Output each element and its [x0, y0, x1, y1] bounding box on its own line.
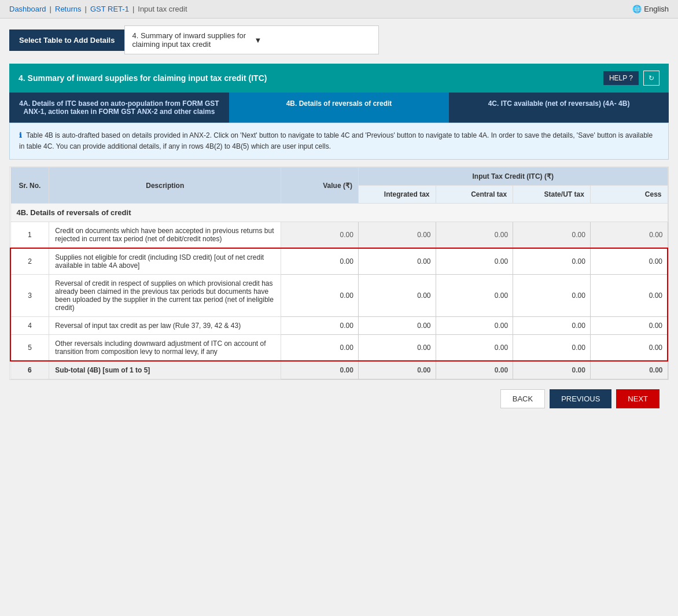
th-itc-header: Input Tax Credit (ITC) (₹)	[358, 168, 668, 186]
row-1-cess: 0.00	[590, 222, 668, 249]
th-cess: Cess	[590, 186, 668, 204]
refresh-icon: ↻	[648, 74, 654, 82]
subtotal-integrated: 0.00	[358, 361, 436, 379]
row-5-cess[interactable]: 0.00	[590, 335, 668, 362]
row-5-desc: Other reversals including downward adjus…	[49, 335, 281, 362]
table-row: 4 Reversal of input tax credit as per la…	[10, 317, 668, 335]
main-table: Sr. No. Description Value (₹) Input Tax …	[10, 167, 668, 379]
bottom-bar: BACK PREVIOUS NEXT	[9, 380, 669, 418]
dropdown-value: 4. Summary of inward supplies for claimi…	[132, 31, 249, 49]
top-nav: Dashboard | Returns | GST RET-1 | Input …	[0, 0, 678, 19]
th-sr-no: Sr. No.	[10, 168, 49, 204]
breadcrumb-returns[interactable]: Returns	[55, 5, 82, 13]
row-4-value[interactable]: 0.00	[281, 317, 359, 335]
row-5-sr: 5	[10, 335, 49, 362]
row-3-cess[interactable]: 0.00	[590, 275, 668, 317]
subtotal-row: 6 Sub-total (4B) [sum of 1 to 5] 0.00 0.…	[10, 361, 668, 379]
subtotal-label: Sub-total (4B) [sum of 1 to 5]	[49, 361, 281, 379]
subtotal-cess: 0.00	[590, 361, 668, 379]
row-1-value: 0.00	[281, 222, 359, 249]
th-value: Value (₹)	[281, 168, 359, 204]
table-row: 5 Other reversals including downward adj…	[10, 335, 668, 362]
th-integrated-tax: Integrated tax	[358, 186, 436, 204]
row-2-cess[interactable]: 0.00	[590, 248, 668, 275]
row-1-state-ut: 0.00	[513, 222, 591, 249]
row-2-integrated[interactable]: 0.00	[358, 248, 436, 275]
breadcrumb-gst-ret1[interactable]: GST RET-1	[90, 5, 129, 13]
tab-4a[interactable]: 4A. Details of ITC based on auto-populat…	[9, 93, 229, 123]
globe-icon: 🌐	[632, 5, 642, 13]
tab-4c[interactable]: 4C. ITC available (net of reversals) (4A…	[449, 93, 669, 123]
row-3-integrated[interactable]: 0.00	[358, 275, 436, 317]
select-table-label: Select Table to Add Details	[9, 29, 124, 51]
breadcrumb: Dashboard | Returns | GST RET-1 | Input …	[9, 5, 187, 13]
subtotal-central: 0.00	[436, 361, 513, 379]
row-2-state-ut[interactable]: 0.00	[513, 248, 591, 275]
row-3-central[interactable]: 0.00	[436, 275, 513, 317]
next-button[interactable]: NEXT	[616, 389, 659, 408]
info-icon: ℹ	[19, 131, 22, 139]
table-row: 3 Reversal of credit in respect of suppl…	[10, 275, 668, 317]
row-2-value[interactable]: 0.00	[281, 248, 359, 275]
dropdown-arrow-icon: ▼	[254, 36, 371, 45]
help-label: HELP	[609, 74, 627, 82]
main-container: Select Table to Add Details 4. Summary o…	[0, 19, 678, 425]
row-4-central[interactable]: 0.00	[436, 317, 513, 335]
row-4-cess[interactable]: 0.00	[590, 317, 668, 335]
select-table-row: Select Table to Add Details 4. Summary o…	[9, 25, 669, 54]
table-row: 1 Credit on documents which have been ac…	[10, 222, 668, 249]
language-selector[interactable]: 🌐 English	[632, 5, 669, 13]
row-5-value[interactable]: 0.00	[281, 335, 359, 362]
subtotal-sr: 6	[10, 361, 49, 379]
breadcrumb-current: Input tax credit	[138, 5, 187, 13]
language-label: English	[644, 5, 669, 13]
row-3-desc: Reversal of credit in respect of supplie…	[49, 275, 281, 317]
row-4-sr: 4	[10, 317, 49, 335]
row-2-sr: 2	[10, 248, 49, 275]
row-5-integrated[interactable]: 0.00	[358, 335, 436, 362]
select-table-dropdown[interactable]: 4. Summary of inward supplies for claimi…	[124, 25, 379, 54]
row-1-central: 0.00	[436, 222, 513, 249]
breadcrumb-dashboard[interactable]: Dashboard	[9, 5, 46, 13]
row-3-value[interactable]: 0.00	[281, 275, 359, 317]
row-5-state-ut[interactable]: 0.00	[513, 335, 591, 362]
tab-4b[interactable]: 4B. Details of reversals of credit	[229, 93, 449, 123]
row-5-central[interactable]: 0.00	[436, 335, 513, 362]
section-header: 4. Summary of inward supplies for claimi…	[9, 64, 669, 93]
row-1-integrated: 0.00	[358, 222, 436, 249]
tab-row: 4A. Details of ITC based on auto-populat…	[9, 93, 669, 123]
section-label: 4B. Details of reversals of credit	[10, 204, 668, 222]
row-1-sr: 1	[10, 222, 49, 249]
row-4-integrated[interactable]: 0.00	[358, 317, 436, 335]
row-1-desc: Credit on documents which have been acce…	[49, 222, 281, 249]
row-2-central[interactable]: 0.00	[436, 248, 513, 275]
row-2-desc: Supplies not eligible for credit (includ…	[49, 248, 281, 275]
info-text: Table 4B is auto-drafted based on detail…	[19, 131, 653, 150]
subtotal-value: 0.00	[281, 361, 359, 379]
table-row: 2 Supplies not eligible for credit (incl…	[10, 248, 668, 275]
section-container: 4. Summary of inward supplies for claimi…	[9, 64, 669, 380]
row-3-sr: 3	[10, 275, 49, 317]
section-title: 4. Summary of inward supplies for claimi…	[19, 73, 267, 83]
info-box: ℹ Table 4B is auto-drafted based on deta…	[9, 123, 669, 160]
section-label-row: 4B. Details of reversals of credit	[10, 204, 668, 222]
refresh-button[interactable]: ↻	[643, 71, 659, 86]
th-state-ut-tax: State/UT tax	[513, 186, 591, 204]
th-central-tax: Central tax	[436, 186, 513, 204]
subtotal-state-ut: 0.00	[513, 361, 591, 379]
row-4-desc: Reversal of input tax credit as per law …	[49, 317, 281, 335]
row-3-state-ut[interactable]: 0.00	[513, 275, 591, 317]
row-4-state-ut[interactable]: 0.00	[513, 317, 591, 335]
help-icon: ?	[629, 74, 633, 82]
back-button[interactable]: BACK	[500, 389, 545, 408]
table-wrapper: Sr. No. Description Value (₹) Input Tax …	[9, 167, 669, 380]
help-button[interactable]: HELP ?	[603, 71, 639, 85]
th-description: Description	[49, 168, 281, 204]
previous-button[interactable]: PREVIOUS	[550, 389, 611, 408]
